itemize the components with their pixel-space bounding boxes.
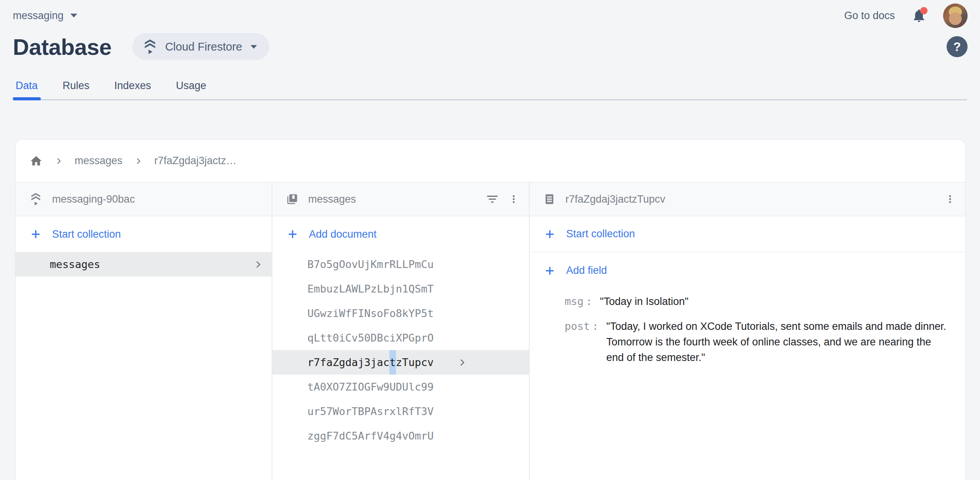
help-button[interactable]: ? [947, 36, 968, 57]
chevron-right-icon [253, 259, 263, 270]
tab-usage[interactable]: Usage [176, 80, 206, 92]
field-key: msg [565, 294, 584, 309]
collections-bookmark-icon [286, 193, 298, 205]
page-header: Database Cloud Firestore ? [13, 28, 968, 65]
topbar-actions: Go to docs [844, 4, 968, 28]
project-name: messaging [13, 10, 64, 22]
document-panel-header: r7faZgdaj3jactzTupcv [530, 182, 965, 216]
tab-data[interactable]: Data [16, 80, 38, 92]
notification-badge [920, 7, 928, 14]
page-title: Database [13, 34, 112, 60]
tab-bar: Data Rules Indexes Usage [16, 80, 206, 92]
tab-divider-line [13, 99, 967, 100]
field-row-msg[interactable]: msg : "Today in Isolation" [565, 294, 950, 309]
kebab-menu-icon[interactable] [945, 193, 955, 206]
start-collection-button[interactable]: Start collection [530, 216, 965, 252]
firestore-data-card: messages r7faZgdaj3jactz… messaging [15, 139, 966, 480]
document-row[interactable]: B7o5gOovUjKmrRLLPmCu [272, 252, 529, 277]
tab-rules[interactable]: Rules [63, 80, 89, 92]
field-value: "Today in Isolation" [600, 294, 689, 309]
field-row-post[interactable]: post : "Today, I worked on XCode Tutoria… [565, 319, 950, 365]
document-icon [544, 193, 555, 205]
document-row[interactable]: UGwziWfFINsoFo8kYP5t [272, 301, 529, 326]
add-document-button[interactable]: Add document [272, 216, 529, 252]
question-mark-icon: ? [953, 40, 961, 54]
document-row[interactable]: zggF7dC5ArfV4g4vOmrU [272, 424, 529, 448]
collection-panel-header: messages [272, 182, 529, 216]
project-selector[interactable]: messaging [13, 10, 78, 22]
collection-name: messages [308, 193, 356, 205]
start-collection-button[interactable]: Start collection [16, 216, 272, 252]
tab-indexes[interactable]: Indexes [114, 80, 151, 92]
go-to-docs-link[interactable]: Go to docs [844, 10, 895, 22]
document-row[interactable]: ur57WorTBPAsrxlRfT3V [272, 399, 529, 424]
plus-icon [30, 228, 42, 240]
user-avatar[interactable] [943, 4, 968, 28]
document-row[interactable]: tA0XO7ZIOGFw9UDUlc99 [272, 375, 529, 399]
kebab-menu-icon[interactable] [509, 193, 519, 206]
add-field-button[interactable]: Add field [530, 252, 965, 289]
document-row[interactable]: EmbuzLAWLPzLbjn1QSmT [272, 277, 529, 301]
collection-panel: messages Add document B7o5gOovUjKmrRLLPm… [272, 182, 530, 480]
text-selection-highlight: t [389, 350, 396, 375]
product-selector[interactable]: Cloud Firestore [133, 33, 269, 60]
chevron-right-icon [134, 157, 143, 165]
database-panel: messaging-90bac Start collection message… [16, 182, 272, 480]
plus-icon [287, 228, 298, 240]
active-tab-indicator [13, 97, 41, 100]
breadcrumb: messages r7faZgdaj3jactz… [16, 140, 965, 182]
firestore-logo-icon [143, 39, 157, 54]
breadcrumb-document[interactable]: r7faZgdaj3jactz… [154, 155, 237, 167]
field-list: msg : "Today in Isolation" post : "Today… [530, 289, 965, 375]
chevron-right-icon [54, 157, 63, 165]
document-id: r7faZgdaj3jactzTupcv [565, 193, 665, 205]
caret-down-icon [70, 13, 78, 18]
plus-icon [544, 228, 556, 240]
product-name: Cloud Firestore [165, 40, 242, 53]
filter-icon[interactable] [485, 192, 499, 206]
database-panel-header: messaging-90bac [16, 182, 272, 216]
document-row-selected[interactable]: r7faZgdaj3jac t zTupcv [272, 350, 529, 375]
caret-down-icon [250, 44, 258, 49]
document-panel: r7faZgdaj3jactzTupcv Start collection Ad… [530, 182, 965, 480]
database-name: messaging-90bac [52, 193, 135, 205]
firestore-logo-icon [30, 193, 42, 206]
field-value: "Today, I worked on XCode Tutorials, sen… [606, 319, 946, 365]
panels-container: messaging-90bac Start collection message… [16, 182, 965, 480]
plus-icon [544, 265, 556, 277]
field-key: post [565, 319, 590, 334]
breadcrumb-collection[interactable]: messages [75, 155, 122, 167]
collection-row-messages[interactable]: messages [16, 252, 272, 277]
home-icon[interactable] [30, 154, 43, 168]
notifications-button[interactable] [911, 8, 927, 23]
topbar: messaging Go to docs [0, 0, 980, 30]
